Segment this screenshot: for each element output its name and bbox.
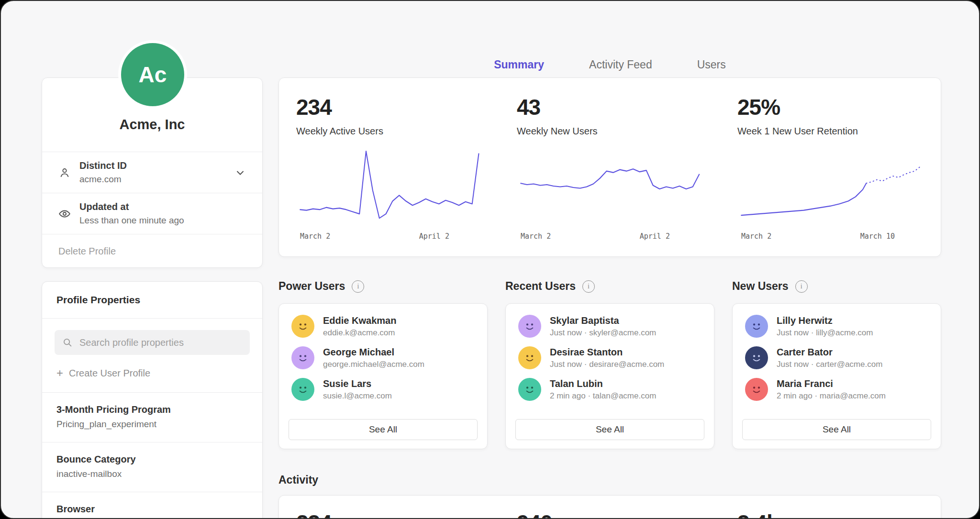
user-avatar	[745, 378, 768, 401]
tab-bar: Summary Activity Feed Users	[278, 55, 941, 80]
property-label: Bounce Category	[56, 454, 248, 465]
tab-users[interactable]: Users	[696, 55, 727, 80]
activity-stat-value: 940	[517, 510, 703, 519]
person-icon	[58, 166, 71, 179]
user-name: George Michael	[323, 347, 424, 358]
user-avatar	[518, 378, 541, 401]
x-tick: March 2	[741, 232, 771, 241]
user-row[interactable]: Talan Lubin 2 min ago · talan@acme.com	[506, 374, 714, 405]
x-tick: April 2	[419, 232, 449, 241]
property-label: 3-Month Pricing Program	[56, 404, 248, 415]
activity-stat-value: 234	[296, 510, 482, 519]
user-name: Talan Lubin	[550, 378, 656, 389]
user-name: Eddie Kwakman	[323, 315, 396, 326]
new-users-title: New Users	[732, 280, 808, 293]
activity-stat-value: 3.4k	[737, 510, 924, 519]
face-icon	[295, 350, 311, 366]
distinct-id-value: acme.com	[79, 174, 127, 185]
face-icon	[522, 381, 538, 398]
divider	[42, 318, 262, 319]
face-icon	[748, 381, 765, 398]
user-row[interactable]: Eddie Kwakman eddie.k@acme.com	[279, 310, 487, 342]
x-axis: March 2 April 2	[296, 232, 482, 243]
user-name: Skylar Baptista	[550, 315, 656, 326]
chevron-down-icon[interactable]	[234, 167, 246, 178]
info-icon[interactable]	[582, 280, 595, 293]
user-name: Carter Bator	[777, 347, 882, 358]
stat-label: Weekly Active Users	[296, 126, 482, 137]
x-tick: March 2	[300, 232, 330, 241]
stat-label: Weekly New Users	[517, 126, 703, 137]
stat-value: 25%	[737, 94, 924, 120]
user-name: Desirae Stanton	[550, 347, 664, 358]
eye-icon	[58, 208, 71, 220]
user-subtitle: Just now · skyler@acme.com	[550, 328, 656, 338]
stat-week1-retention: 25% Week 1 New User Retention March 2 Ma…	[720, 78, 941, 256]
face-icon	[295, 318, 311, 334]
list-title-label: Recent Users	[505, 280, 576, 293]
stat-weekly-new-users: 43 Weekly New Users March 2 April 2	[500, 78, 720, 256]
company-avatar: Ac	[121, 43, 184, 106]
face-icon	[295, 381, 311, 398]
info-icon[interactable]	[352, 280, 364, 293]
user-row[interactable]: George Michael george.michael@acme.com	[279, 342, 487, 374]
plus-icon: +	[56, 367, 63, 379]
weekly-active-users-chart	[296, 147, 482, 226]
x-tick: April 2	[640, 232, 670, 241]
activity-card: 234 940 3.4k	[278, 495, 941, 519]
tab-summary[interactable]: Summary	[493, 55, 545, 80]
stat-label: Week 1 New User Retention	[737, 126, 924, 137]
property-row[interactable]: Browser Chrome	[42, 492, 262, 519]
user-name: Maria Franci	[777, 378, 886, 389]
user-row[interactable]: Carter Bator Just now · carter@acme.com	[733, 342, 941, 374]
user-row[interactable]: Maria Franci 2 min ago · maria@acme.com	[733, 374, 941, 405]
user-avatar	[745, 315, 768, 338]
profile-properties-search[interactable]	[55, 330, 250, 355]
new-users-card: Lilly Herwitz Just now · lilly@acme.com …	[732, 303, 941, 449]
weekly-new-users-chart	[517, 147, 703, 226]
search-input[interactable]	[78, 337, 242, 349]
x-tick: March 2	[521, 232, 551, 241]
user-avatar	[518, 315, 541, 338]
user-row[interactable]: Desirae Stanton Just now · desirare@acme…	[506, 342, 714, 374]
user-avatar	[291, 346, 314, 369]
property-value: inactive-mailbox	[56, 469, 248, 479]
see-all-button[interactable]: See All	[289, 419, 478, 440]
create-user-profile-button[interactable]: + Create User Profile	[42, 355, 262, 392]
list-title-label: Power Users	[278, 280, 345, 293]
face-icon	[522, 318, 538, 334]
property-row[interactable]: 3-Month Pricing Program Pricing_plan_exp…	[42, 393, 262, 442]
updated-at-label: Updated at	[79, 201, 184, 212]
user-row[interactable]: Lilly Herwitz Just now · lilly@acme.com	[733, 310, 941, 342]
user-subtitle: 2 min ago · maria@acme.com	[777, 391, 886, 401]
property-row[interactable]: Bounce Category inactive-mailbox	[42, 442, 262, 492]
x-axis: March 2 March 10	[737, 232, 924, 243]
property-label: Browser	[56, 504, 248, 515]
user-subtitle: 2 min ago · talan@acme.com	[550, 391, 656, 401]
activity-title: Activity	[278, 474, 318, 486]
user-subtitle: george.michael@acme.com	[323, 360, 424, 369]
user-name: Susie Lars	[323, 378, 392, 389]
create-user-profile-label: Create User Profile	[69, 368, 150, 379]
user-subtitle: Just now · carter@acme.com	[777, 360, 882, 369]
stat-value: 234	[296, 94, 482, 120]
tab-activity-feed[interactable]: Activity Feed	[588, 55, 653, 80]
distinct-id-row: Distinct ID acme.com	[42, 152, 262, 193]
recent-users-card: Skylar Baptista Just now · skyler@acme.c…	[505, 303, 714, 449]
property-value: Pricing_plan_experiment	[56, 419, 248, 430]
user-subtitle: Just now · lilly@acme.com	[777, 328, 873, 338]
user-row[interactable]: Susie Lars susie.l@acme.com	[279, 374, 487, 405]
x-axis: March 2 April 2	[517, 232, 703, 243]
retention-chart	[737, 147, 924, 226]
x-tick: March 10	[860, 232, 895, 241]
face-icon	[748, 350, 765, 366]
delete-profile-button[interactable]: Delete Profile	[42, 234, 262, 268]
user-avatar	[291, 315, 314, 338]
summary-stats-card: 234 Weekly Active Users March 2 April 2 …	[278, 77, 941, 257]
see-all-button[interactable]: See All	[515, 419, 704, 440]
user-row[interactable]: Skylar Baptista Just now · skyler@acme.c…	[506, 310, 714, 342]
power-users-card: Eddie Kwakman eddie.k@acme.com George Mi…	[278, 303, 488, 449]
see-all-button[interactable]: See All	[742, 419, 931, 440]
info-icon[interactable]	[795, 280, 808, 293]
updated-at-row: Updated at Less than one minute ago	[42, 193, 262, 234]
